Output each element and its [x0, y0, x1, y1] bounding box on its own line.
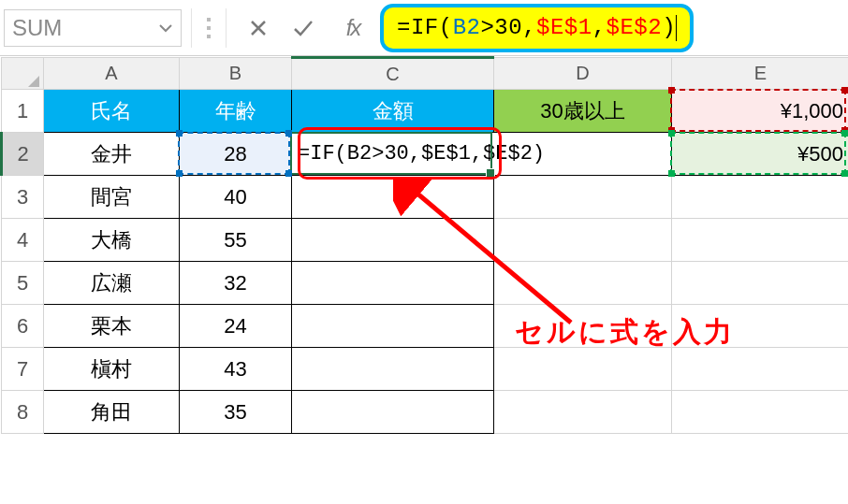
col-header-C[interactable]: C	[292, 58, 494, 90]
cell-E6[interactable]	[672, 305, 849, 348]
cell-A2[interactable]: 金井	[44, 133, 180, 176]
cell-C3[interactable]	[292, 176, 494, 219]
formula-ref: $E$2	[607, 15, 663, 40]
cell-B5[interactable]: 32	[180, 262, 292, 305]
formula-part: (	[439, 15, 453, 40]
cell-E2[interactable]: ¥500	[672, 133, 849, 176]
cell-A1[interactable]: 氏名	[44, 90, 180, 133]
cell-D5[interactable]	[494, 262, 672, 305]
cell-E5[interactable]	[672, 262, 849, 305]
cell-C2-editing[interactable]: =IF(B2>30,$E$1,$E$2)	[292, 133, 672, 176]
cell-A8[interactable]: 角田	[44, 391, 180, 434]
cell-B4[interactable]: 55	[180, 219, 292, 262]
col-header-E[interactable]: E	[672, 58, 849, 90]
insert-function-button[interactable]: fx	[326, 15, 380, 41]
select-all-corner[interactable]	[2, 58, 44, 90]
formula-part: )	[662, 15, 676, 40]
row-header[interactable]: 4	[2, 219, 44, 262]
cell-B8[interactable]: 35	[180, 391, 292, 434]
cell-C5[interactable]	[292, 262, 494, 305]
name-box[interactable]: SUM	[4, 9, 182, 47]
cell-A5[interactable]: 広瀬	[44, 262, 180, 305]
cell-D6[interactable]	[494, 305, 672, 348]
name-box-value: SUM	[12, 15, 62, 41]
cell-B6[interactable]: 24	[180, 305, 292, 348]
cell-B3[interactable]: 40	[180, 176, 292, 219]
text-cursor	[676, 15, 677, 41]
formula-part: >30,	[480, 15, 536, 40]
row-header[interactable]: 8	[2, 391, 44, 434]
col-header-B[interactable]: B	[180, 58, 292, 90]
row-header[interactable]: 2	[2, 133, 44, 176]
divider	[226, 8, 227, 48]
cell-D3[interactable]	[494, 176, 672, 219]
row-header[interactable]: 1	[2, 90, 44, 133]
cell-D7[interactable]	[494, 348, 672, 391]
formula-part: IF	[411, 15, 439, 40]
cell-A7[interactable]: 槇村	[44, 348, 180, 391]
cell-B1[interactable]: 年齢	[180, 90, 292, 133]
cell-E1[interactable]: ¥1,000	[672, 90, 849, 133]
col-header-D[interactable]: D	[494, 58, 672, 90]
cell-B7[interactable]: 43	[180, 348, 292, 391]
cell-C7[interactable]	[292, 348, 494, 391]
grip-icon	[201, 18, 216, 38]
cell-C6[interactable]	[292, 305, 494, 348]
formula-ref: B2	[453, 15, 481, 40]
col-header-A[interactable]: A	[44, 58, 180, 90]
formula-ref: $E$1	[536, 15, 592, 40]
row-header[interactable]: 5	[2, 262, 44, 305]
cell-C8[interactable]	[292, 391, 494, 434]
formula-input[interactable]: = IF ( B2 >30, $E$1 , $E$2 )	[380, 4, 694, 52]
cell-C1[interactable]: 金額	[292, 90, 494, 133]
cell-D1[interactable]: 30歳以上	[494, 90, 672, 133]
cell-D8[interactable]	[494, 391, 672, 434]
cell-E7[interactable]	[672, 348, 849, 391]
row-header[interactable]: 6	[2, 305, 44, 348]
spreadsheet-grid[interactable]: A B C D E 1 氏名 年齢 金額 30歳以上 ¥1,000 2 金井 2…	[0, 56, 848, 434]
cancel-button[interactable]	[236, 9, 281, 47]
cell-E3[interactable]	[672, 176, 849, 219]
row-header[interactable]: 3	[2, 176, 44, 219]
formula-part: =	[397, 15, 411, 40]
row-header[interactable]: 7	[2, 348, 44, 391]
cell-E4[interactable]	[672, 219, 849, 262]
cell-E8[interactable]	[672, 391, 849, 434]
cell-A6[interactable]: 栗本	[44, 305, 180, 348]
divider	[191, 8, 192, 48]
cell-C4[interactable]	[292, 219, 494, 262]
confirm-button[interactable]	[281, 9, 326, 47]
cell-B2[interactable]: 28	[180, 133, 292, 176]
chevron-down-icon[interactable]	[158, 21, 173, 36]
formula-bar: SUM fx = IF ( B2 >30, $E$1 , $E$2 )	[0, 0, 848, 56]
formula-part: ,	[592, 15, 607, 40]
cell-A3[interactable]: 間宮	[44, 176, 180, 219]
cell-A4[interactable]: 大橋	[44, 219, 180, 262]
cell-D4[interactable]	[494, 219, 672, 262]
